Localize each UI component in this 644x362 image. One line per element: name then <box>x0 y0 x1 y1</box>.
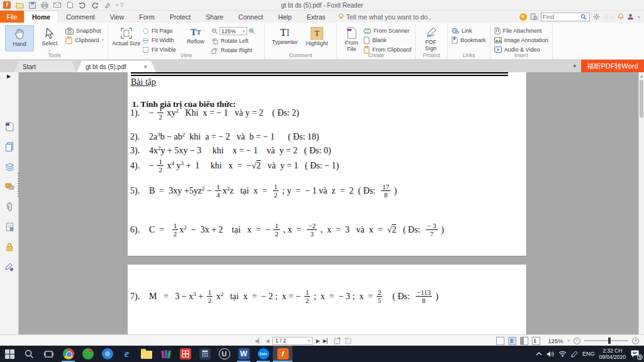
file-explorer-taskbar-icon[interactable] <box>136 346 156 362</box>
previous-view-icon[interactable] <box>334 337 341 344</box>
zoom-slider-thumb[interactable] <box>608 337 611 344</box>
share-tool-icon[interactable] <box>103 1 112 9</box>
language-indicator[interactable]: ENG <box>582 351 595 357</box>
foxit-search-icon[interactable] <box>530 13 538 20</box>
zoom-out-icon[interactable] <box>211 28 218 35</box>
tab-protect[interactable]: Protect <box>162 11 198 23</box>
actual-size-button[interactable]: Actual Size <box>112 25 141 52</box>
tab-start[interactable]: Start <box>14 61 77 72</box>
print-icon[interactable] <box>40 1 49 9</box>
green-app-taskbar-icon[interactable] <box>78 346 97 362</box>
link-button[interactable]: Link <box>452 27 486 35</box>
from-scanner-button[interactable]: From Scanner <box>364 27 411 35</box>
red-grid-app-taskbar-icon[interactable] <box>175 346 195 362</box>
tray-expand-caret-icon[interactable] <box>536 352 542 356</box>
task-view-button[interactable] <box>39 346 58 362</box>
tab-extras[interactable]: Extras <box>299 11 333 23</box>
qat-customize-icon[interactable]: ▾ ᐁ <box>116 2 124 8</box>
zalo-taskbar-icon[interactable]: Zalo <box>253 346 273 362</box>
from-file-button[interactable]: From File <box>341 25 362 52</box>
first-page-icon[interactable]: ◀▏ <box>255 338 262 344</box>
word-taskbar-icon[interactable]: W <box>234 346 253 362</box>
tab-document[interactable]: gt bt ds (5).pdf × <box>77 61 156 72</box>
fit-width-button[interactable]: Fit Width <box>142 36 181 44</box>
tab-form[interactable]: Form <box>131 11 162 23</box>
start-button[interactable] <box>0 346 19 362</box>
digital-sign-panel-icon[interactable] <box>4 262 14 272</box>
fit-page-button[interactable]: Fit Page <box>142 27 181 35</box>
single-page-view-icon[interactable] <box>496 337 504 345</box>
find-input[interactable] <box>543 13 580 20</box>
back-chevron-icon[interactable]: ◁ <box>603 14 608 20</box>
typewriter-button[interactable]: TI Typewriter <box>269 25 301 52</box>
signatures-panel-icon[interactable] <box>4 222 14 232</box>
snapshot-button[interactable]: SnapShot <box>65 27 104 35</box>
next-view-icon[interactable] <box>345 337 352 344</box>
continuous-view-icon[interactable] <box>508 337 516 345</box>
feedback-heart-icon[interactable]: ♥ <box>519 13 527 21</box>
taskbar-search-button[interactable] <box>19 346 39 362</box>
winrar-taskbar-icon[interactable] <box>156 346 175 362</box>
chrome-taskbar-icon[interactable] <box>58 346 78 362</box>
page-number-dropdown[interactable]: 1 / 2 ▾ <box>272 337 313 345</box>
zoom-percent-dropdown[interactable]: 125% ▾ <box>219 27 247 35</box>
bell-icon[interactable] <box>618 13 624 20</box>
panel-splitter-handle[interactable] <box>18 173 19 198</box>
gear-icon[interactable] <box>593 13 600 20</box>
action-center-icon[interactable]: 5 <box>630 349 640 358</box>
clipboard-button[interactable]: Clipboard ▾ <box>65 36 104 44</box>
zoom-in-icon[interactable] <box>248 28 255 35</box>
select-tool-button[interactable]: Select ▾ <box>35 25 64 52</box>
blank-button[interactable]: Blank <box>364 36 411 44</box>
tab-file[interactable]: File <box>0 11 24 23</box>
undo-icon[interactable] <box>78 1 87 9</box>
account-dropdown-icon[interactable]: ▾ <box>637 14 640 20</box>
tab-share[interactable]: Share <box>198 11 231 23</box>
calculator-taskbar-icon[interactable] <box>195 346 214 362</box>
tab-home[interactable]: Home <box>24 11 58 23</box>
file-attachment-button[interactable]: File Attachment <box>494 27 548 35</box>
layers-panel-icon[interactable] <box>4 162 14 172</box>
hand-tool-button[interactable]: Hand <box>5 25 34 52</box>
image-annotation-button[interactable]: Image Annotation <box>494 36 548 44</box>
pen-input-icon[interactable] <box>571 351 578 358</box>
last-page-icon[interactable]: ▶▏ <box>323 338 331 344</box>
highlight-button[interactable]: T Highlight <box>303 25 331 52</box>
unikey-taskbar-icon[interactable]: U <box>214 346 234 362</box>
vertical-scrollbar[interactable]: ▲ <box>638 72 644 334</box>
new-document-icon[interactable] <box>65 1 74 9</box>
account-avatar-icon[interactable] <box>627 13 634 20</box>
zoom-in-button[interactable]: + <box>632 337 639 344</box>
email-icon[interactable] <box>53 1 62 9</box>
facing-view-icon[interactable] <box>520 337 528 345</box>
tab-list-dropdown-icon[interactable]: ▾ <box>568 60 581 72</box>
scroll-up-icon[interactable]: ▲ <box>639 72 644 79</box>
bookmarks-panel-icon[interactable] <box>4 121 14 131</box>
save-icon[interactable] <box>28 1 36 9</box>
security-panel-icon[interactable] <box>4 242 14 252</box>
scrollbar-thumb[interactable] <box>640 80 643 118</box>
attachments-panel-icon[interactable] <box>4 202 14 212</box>
pdf-sign-button[interactable]: PDF Sign <box>419 25 442 52</box>
tab-connect[interactable]: Connect <box>231 11 270 23</box>
tell-me-box[interactable]: Tell me what you want to do.. <box>338 11 431 23</box>
internet-explorer-taskbar-icon[interactable]: e <box>117 346 136 362</box>
pdf-to-word-button[interactable]: 福昕PDF转Word <box>581 60 644 72</box>
bookmark-button[interactable]: Bookmark <box>452 36 486 44</box>
close-tab-icon[interactable]: × <box>143 63 147 70</box>
tab-view[interactable]: View <box>103 11 132 23</box>
search-icon[interactable] <box>580 14 587 20</box>
tab-help[interactable]: Help <box>270 11 299 23</box>
wifi-icon[interactable] <box>558 351 567 357</box>
volume-icon[interactable] <box>547 351 554 358</box>
forward-chevron-icon[interactable]: ▷ <box>611 14 615 20</box>
zoom-out-button[interactable]: − <box>574 337 580 344</box>
rotate-left-button[interactable]: Rotate Left <box>211 37 260 45</box>
continuous-facing-view-icon[interactable] <box>532 337 540 345</box>
open-file-icon[interactable] <box>15 1 24 9</box>
tab-comment[interactable]: Comment <box>58 11 103 23</box>
previous-page-icon[interactable]: ◀ <box>265 338 269 344</box>
reflow-button[interactable]: TT Reflow <box>181 25 210 52</box>
pages-panel-icon[interactable] <box>4 141 14 151</box>
clock[interactable]: 2:32 CH 09/04/2020 <box>599 348 626 360</box>
